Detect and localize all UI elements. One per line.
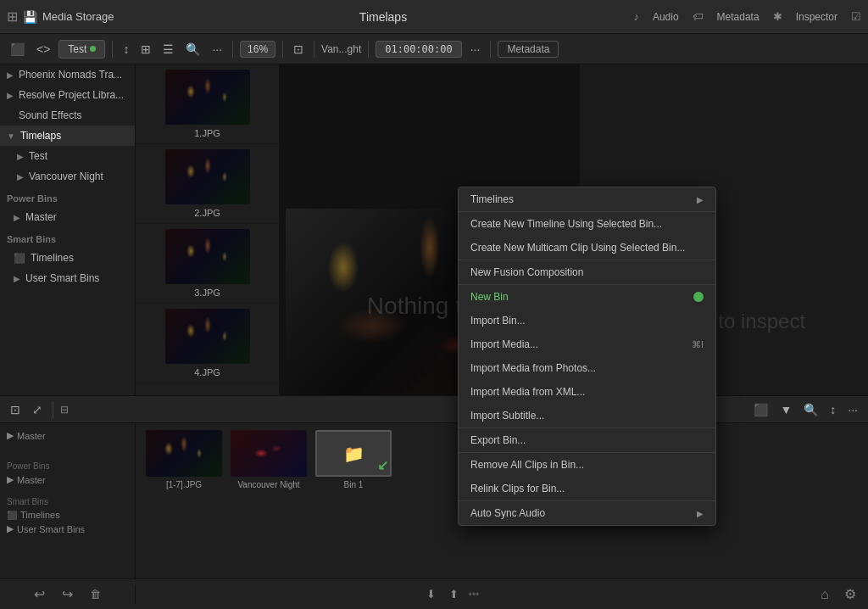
ctx-import-photos[interactable]: Import Media from Photos... (459, 356, 715, 380)
export-btn[interactable]: ⬆ (446, 586, 462, 602)
ctx-auto-sync[interactable]: Auto Sync Audio ▶ (459, 501, 715, 525)
ctx-label: Remove All Clips in Bin... (470, 459, 584, 471)
bin-expand-btn[interactable]: ⤢ (29, 401, 46, 418)
sidebar-item-test[interactable]: ▶ Test (0, 146, 135, 166)
ctx-label: Export Bin... (470, 434, 526, 446)
sidebar-item-vancouver-night[interactable]: ▶ Vancouver Night (0, 166, 135, 187)
ctx-import-subtitle[interactable]: Import Subtitle... (459, 404, 715, 427)
thumb-item-3[interactable]: 3.JPG (136, 224, 279, 304)
sidebar-item-timelines[interactable]: ⬛ Timelines (0, 248, 135, 268)
second-bar: ⬛ <> Test ↕ ⊞ ☰ 🔍 ··· 16% ⊡ Van...ght 01… (0, 34, 868, 64)
home-btn[interactable]: ⌂ (817, 585, 832, 604)
test-tab[interactable]: Test (58, 40, 105, 59)
thumb-label-3: 3.JPG (194, 288, 220, 298)
ctx-import-media[interactable]: Import Media... ⌘I (459, 332, 715, 356)
ctx-timelines-label: Timelines (470, 193, 514, 205)
sidebar-item-master-power[interactable]: ▶ Master (0, 207, 135, 227)
ctx-import-bin[interactable]: Import Bin... (459, 309, 715, 332)
center-title: Timelaps (149, 10, 617, 24)
sidebar-item-label: Vancouver Night (29, 170, 103, 182)
timelines-icon: ⬛ (7, 511, 17, 520)
bin-display-btn[interactable]: ⬛ (750, 401, 771, 418)
inspector-label[interactable]: Inspector (796, 11, 837, 23)
bin-search-btn[interactable]: 🔍 (800, 401, 821, 418)
ctx-new-fusion[interactable]: New Fusion Composition (459, 260, 715, 284)
arrow-icon: ▶ (17, 152, 24, 161)
bin-nav-user-smart[interactable]: ▶ User Smart Bins (7, 522, 128, 536)
ctx-label: Import Media from Photos... (470, 362, 596, 374)
ctx-create-timeline[interactable]: Create New Timeline Using Selected Bin..… (459, 212, 715, 236)
grid-view-btn[interactable]: ⊞ (137, 41, 154, 58)
sidebar-item-resolve[interactable]: ▶ Resolve Project Libra... (0, 85, 135, 105)
bottom-right: ⌂ ⚙ (766, 584, 868, 604)
delete-btn[interactable]: 🗑 (86, 586, 104, 602)
bin-nav-master[interactable]: ▶ Master (7, 428, 128, 443)
grid-icon[interactable]: ⊞ (7, 8, 18, 25)
sidebar-item-sound-effects[interactable]: ▶ Sound Effects (0, 105, 135, 126)
redo-btn[interactable]: ↪ (58, 584, 76, 604)
ctx-label: New Bin (470, 291, 509, 303)
zoom-level[interactable]: 16% (240, 41, 275, 58)
search-btn[interactable]: 🔍 (182, 41, 203, 58)
bin-item-2[interactable]: Vancouver Night (231, 430, 307, 573)
fit-btn[interactable]: ⊡ (290, 41, 307, 58)
ctx-remove-clips[interactable]: Remove All Clips in Bin... (459, 453, 715, 477)
bin-view-btn[interactable]: ⊡ (7, 401, 24, 418)
separator-1 (112, 41, 113, 58)
timelines-icon: ⬛ (14, 253, 25, 264)
metadata-label[interactable]: Metadata (717, 11, 760, 23)
timecode-more-btn[interactable]: ··· (467, 41, 484, 58)
ctx-label: Create New Multicam Clip Using Selected … (470, 242, 685, 254)
thumb-item-2[interactable]: 2.JPG (136, 144, 279, 224)
ctx-label: New Fusion Composition (470, 266, 583, 278)
bin-item-3[interactable]: 📁 ↙ Bin 1 (315, 430, 392, 573)
sort-btn[interactable]: ↕ (120, 41, 132, 58)
thumb-item-4[interactable]: 4.JPG (136, 304, 279, 383)
thumb-image-3 (165, 229, 250, 284)
ctx-export-bin[interactable]: Export Bin... (459, 428, 715, 452)
bin-item-label-2: Vancouver Night (237, 480, 299, 489)
metadata-btn[interactable]: Metadata (498, 41, 559, 58)
sidebar-item-phoenix[interactable]: ▶ Phoenix Nomads Tra... (0, 64, 135, 85)
bin-sort-btn[interactable]: ↕ (826, 401, 839, 418)
expand-icon[interactable]: ☑ (851, 10, 861, 23)
bin-more-btn[interactable]: ··· (844, 401, 861, 418)
audio-label[interactable]: Audio (653, 11, 679, 23)
thumb-item-1[interactable]: 1.JPG (136, 64, 279, 144)
import-btn[interactable]: ⬇ (423, 586, 439, 602)
media-storage-icon: 💾 (23, 10, 37, 24)
more-btn[interactable]: ··· (209, 41, 225, 58)
sidebar-toggle-btn[interactable]: ⬛ (7, 41, 28, 58)
list-view-btn[interactable]: ☰ (159, 41, 177, 58)
ctx-relink-clips[interactable]: Relink Clips for Bin... (459, 477, 715, 500)
sidebar-item-user-smart-bins[interactable]: ▶ User Smart Bins (0, 268, 135, 288)
separator-2 (232, 41, 233, 58)
bin-nav-power-master[interactable]: ▶ Master (7, 472, 128, 487)
folder-icon: 📁 (343, 444, 364, 464)
bin-nav-timelines[interactable]: ⬛ Timelines (7, 508, 128, 522)
ctx-import-xml[interactable]: Import Media from XML... (459, 380, 715, 404)
separator-3 (282, 41, 283, 58)
bin-filter-icon[interactable]: ⊟ (60, 404, 69, 416)
bin-mode-btn[interactable]: ▼ (776, 401, 795, 418)
arrow-icon: ▶ (7, 474, 14, 485)
ctx-new-bin[interactable]: New Bin (459, 285, 715, 309)
sidebar-item-timelaps[interactable]: ▼ Timelaps (0, 126, 135, 146)
master-label: Master (17, 431, 46, 441)
undo-btn[interactable]: ↩ (31, 584, 48, 604)
arrow-icon: ▶ (7, 523, 14, 534)
thumb-label-4: 4.JPG (194, 367, 220, 377)
context-menu: Timelines ▶ Create New Timeline Using Se… (458, 187, 716, 526)
thumb-image-1 (165, 70, 250, 125)
tab-label: Test (68, 43, 86, 55)
arrow-icon: ▶ (7, 430, 14, 441)
bottom-dots: ••• (469, 589, 480, 601)
bin-item-1[interactable]: [1-7].JPG (146, 430, 222, 573)
user-smart-bins-label: User Smart Bins (17, 524, 85, 534)
timelines-nav-label: Timelines (20, 510, 60, 520)
sidebar-item-label: Phoenix Nomads Tra... (19, 69, 122, 81)
settings-btn[interactable]: ⚙ (841, 584, 860, 604)
ctx-timelines[interactable]: Timelines ▶ (459, 187, 715, 211)
ctx-create-multicam[interactable]: Create New Multicam Clip Using Selected … (459, 236, 715, 260)
code-view-btn[interactable]: <> (33, 41, 53, 58)
